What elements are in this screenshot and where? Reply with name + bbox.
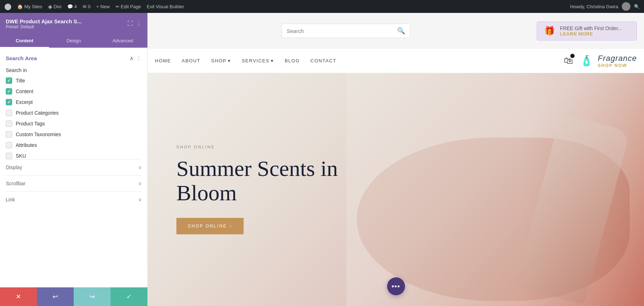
top-bar: 🔍 🎁 FREE Gift with First Order... LEARN … (148, 13, 644, 49)
fragrance-bottle-icon: 🧴 (580, 55, 593, 67)
redo-button[interactable]: ↪ (74, 287, 111, 306)
left-panel: DWE Product Ajax Search S... Preset: Def… (0, 13, 148, 306)
collapsible-scrollbar: Scrollbar ∨ (6, 175, 142, 191)
pencil-icon: ✏ (116, 4, 119, 9)
checkbox-item-attributes: Attributes (6, 142, 142, 148)
comments-button[interactable]: 💬 4 (67, 4, 77, 9)
collapsible-display-header[interactable]: Display ∨ (6, 164, 142, 170)
checkbox-item-title: Title (6, 77, 142, 84)
collapsible-link: Link ∨ (6, 191, 142, 207)
checkbox-title-label[interactable]: Title (16, 78, 25, 83)
avatar (622, 2, 630, 11)
fab-dots-icon: ••• (391, 282, 400, 291)
panel-tabs: Content Design Advanced (0, 34, 147, 48)
nav-home[interactable]: HOME (155, 58, 171, 63)
checkbox-product-categories-label[interactable]: Product Categories (16, 110, 59, 116)
search-admin-icon[interactable]: 🔍 (634, 4, 640, 9)
checkbox-excerpt-label[interactable]: Excerpt (16, 99, 33, 105)
plus-icon: + (96, 4, 99, 9)
cancel-button[interactable]: ✕ (0, 287, 37, 306)
search-area-section-header: Search Area ∧ ⋮ (6, 55, 142, 62)
checkbox-product-tags[interactable] (6, 120, 12, 127)
confirm-button[interactable]: ✓ (111, 287, 147, 306)
right-content: 🔍 🎁 FREE Gift with First Order... LEARN … (148, 13, 644, 306)
resize-icon[interactable]: ⛶ (127, 20, 133, 27)
hero-cta-button[interactable]: SHOP ONLINE › (176, 218, 244, 234)
hero-cta-arrow: › (230, 224, 232, 229)
tab-design[interactable]: Design (49, 34, 98, 48)
checkbox-item-excerpt: Excerpt (6, 99, 142, 105)
tab-advanced[interactable]: Advanced (98, 34, 147, 48)
collapsible-link-header[interactable]: Link ∨ (6, 197, 142, 202)
wp-admin-bar: ⬤ 🏠 My Sites ◈ Divi 💬 4 ✉ 0 + New ✏ Edit… (0, 0, 644, 13)
checkbox-sku[interactable] (6, 153, 12, 159)
search-icon: 🔍 (397, 27, 405, 35)
fab-button[interactable]: ••• (387, 277, 405, 295)
tab-content[interactable]: Content (0, 34, 49, 48)
collapsible-scrollbar-title: Scrollbar (6, 181, 25, 186)
collapsible-link-title: Link (6, 197, 15, 202)
nav-about[interactable]: ABOUT (182, 58, 200, 63)
my-sites-button[interactable]: 🏠 My Sites (17, 4, 42, 9)
checkbox-item-content: Content (6, 88, 142, 95)
collapsible-display-title: Display (6, 164, 22, 170)
checkbox-sku-label[interactable]: SKU (16, 153, 26, 159)
gift-icon: 🎁 (544, 26, 555, 36)
checkbox-product-tags-label[interactable]: Product Tags (16, 121, 45, 126)
sites-icon: 🏠 (17, 4, 23, 9)
services-dropdown-icon: ▾ (271, 58, 274, 63)
promo-learn-more-link[interactable]: LEARN MORE (560, 31, 622, 37)
section-menu-icon[interactable]: ⋮ (136, 55, 142, 62)
search-box: 🔍 (282, 24, 410, 38)
undo-button[interactable]: ↩ (37, 287, 74, 306)
panel-header-icons: ⛶ ⋮ (127, 20, 142, 27)
checkbox-attributes-label[interactable]: Attributes (16, 142, 37, 148)
panel-header: DWE Product Ajax Search S... Preset: Def… (0, 13, 147, 34)
checkbox-content-label[interactable]: Content (16, 89, 33, 94)
checkbox-custom-taxonomies[interactable] (6, 131, 12, 138)
messages-icon: ✉ (83, 4, 87, 9)
panel-preset: Preset: Default (6, 24, 82, 29)
panel-content: Search Area ∧ ⋮ Search in Title Content (0, 48, 147, 287)
chevron-down-icon-scrollbar: ∨ (138, 181, 142, 186)
menu-icon[interactable]: ⋮ (136, 20, 142, 27)
nav-services[interactable]: SERVICES ▾ (242, 58, 274, 63)
nav-right: 🛍 🧴 Fragrance SHOP NOW (564, 54, 637, 68)
search-input[interactable] (287, 28, 394, 34)
new-button[interactable]: + New (96, 4, 110, 9)
checkbox-item-product-tags: Product Tags (6, 120, 142, 127)
checkbox-content[interactable] (6, 88, 12, 95)
messages-button[interactable]: ✉ 0 (83, 4, 91, 9)
checkbox-product-categories[interactable] (6, 110, 12, 116)
hero-section: SHOP ONLINE Summer Scents in Bloom SHOP … (148, 73, 644, 306)
main-layout: DWE Product Ajax Search S... Preset: Def… (0, 13, 644, 306)
hero-title: Summer Scents in Bloom (176, 156, 338, 205)
collapsible-scrollbar-header[interactable]: Scrollbar ∨ (6, 181, 142, 186)
exit-builder-button[interactable]: Exit Visual Builder (147, 4, 184, 9)
shop-dropdown-icon: ▾ (228, 58, 231, 63)
edit-page-button[interactable]: ✏ Edit Page (116, 4, 141, 9)
nav-contact[interactable]: CONTACT (311, 58, 336, 63)
cart-button[interactable]: 🛍 (564, 55, 573, 66)
hero-label: SHOP ONLINE (176, 145, 338, 149)
nav-bar: HOME ABOUT SHOP ▾ SERVICES ▾ BLOG CONTAC… (148, 49, 644, 73)
comments-icon: 💬 (67, 4, 73, 9)
checkbox-custom-taxonomies-label[interactable]: Custom Taxonomies (16, 132, 61, 137)
wp-logo-button[interactable]: ⬤ (4, 3, 11, 10)
howdy-text: Howdy, Christina Gwira (570, 4, 618, 9)
section-header-icons: ∧ ⋮ (130, 55, 142, 62)
checkbox-excerpt[interactable] (6, 99, 12, 105)
checkbox-item-product-categories: Product Categories (6, 110, 142, 116)
hero-image-overlay (346, 73, 644, 306)
nav-blog[interactable]: BLOG (285, 58, 300, 63)
search-in-checkbox-list: Title Content Excerpt Product Categories (6, 77, 142, 159)
nav-links: HOME ABOUT SHOP ▾ SERVICES ▾ BLOG CONTAC… (155, 58, 336, 63)
checkbox-item-custom-taxonomies: Custom Taxonomies (6, 131, 142, 138)
nav-shop[interactable]: SHOP ▾ (211, 58, 231, 63)
promo-banner: 🎁 FREE Gift with First Order... LEARN MO… (537, 21, 637, 40)
divi-button[interactable]: ◈ Divi (48, 3, 62, 10)
fragrance-shop-now-link[interactable]: SHOP NOW (598, 63, 637, 68)
collapse-icon[interactable]: ∧ (130, 55, 134, 62)
checkbox-attributes[interactable] (6, 142, 12, 148)
checkbox-title[interactable] (6, 77, 12, 84)
